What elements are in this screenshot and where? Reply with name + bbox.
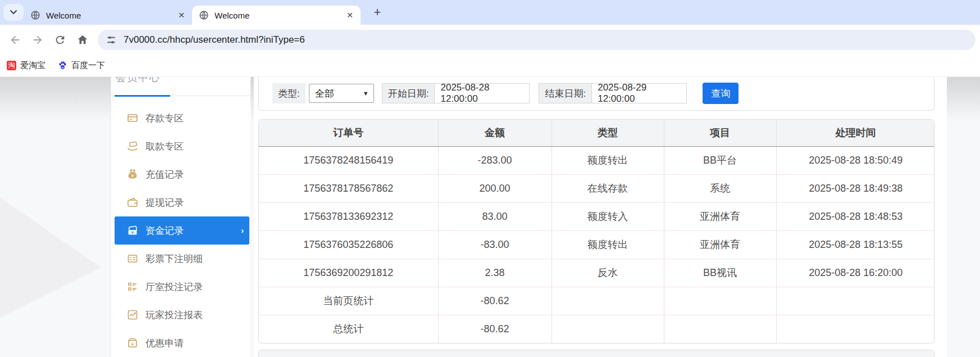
tab-search-button[interactable] — [3, 4, 24, 21]
sidebar-item-funds-records[interactable]: ¥ 资金记录 › — [115, 216, 249, 245]
sidebar-item-promo-application[interactable]: ¥ 优惠申请 — [111, 329, 250, 357]
cell-label: 当前页统计 — [259, 287, 438, 315]
usercenter-sidebar: 会员中心 存款专区 取款专区 ¥ 充值记录 提现记录 ¥ — [111, 77, 250, 357]
sidebar-item-player-bet-report[interactable]: 玩家投注报表 — [111, 301, 250, 329]
sidebar-item-withdraw-zone[interactable]: 取款专区 — [111, 132, 250, 160]
table-header-row: 订单号 金额 类型 项目 处理时间 — [259, 120, 935, 146]
cell-amount: -80.62 — [438, 287, 551, 315]
bookmark-label: 百度一下 — [71, 60, 105, 71]
cell-time — [776, 287, 935, 315]
svg-text:du: du — [61, 66, 65, 69]
home-button[interactable] — [75, 33, 90, 47]
cell-type: 反水 — [551, 259, 664, 287]
sidebar-header-clipped: 会员中心 — [111, 77, 250, 89]
cell-order-no: 1756369200291812 — [259, 259, 438, 287]
type-select[interactable]: 全部 ▼ — [309, 84, 374, 103]
cell-time: 2025-08-28 18:48:53 — [776, 202, 935, 231]
reload-button[interactable] — [53, 33, 67, 47]
cell-order-no: 1756378133692312 — [259, 202, 438, 231]
funds-wallet-icon: ¥ — [127, 225, 138, 236]
cell-time: 2025-08-28 16:20:00 — [776, 259, 935, 287]
cell-type: 额度转出 — [551, 231, 664, 259]
list-icon — [127, 281, 138, 292]
search-button[interactable]: 查询 — [703, 83, 739, 104]
funds-records-table: 订单号 金额 类型 项目 处理时间 1756378248156419 -283.… — [259, 120, 935, 343]
receipt-icon — [127, 253, 138, 264]
browser-tab-strip: Welcome ✕ Welcome ✕ + — [0, 0, 980, 25]
gift-icon: ¥ — [127, 337, 138, 349]
type-select-value: 全部 — [315, 87, 334, 100]
bookmarks-bar: 淘 爱淘宝 du 百度一下 — [0, 55, 980, 77]
cell-project: 系统 — [664, 174, 776, 202]
tab-title: Welcome — [215, 11, 345, 20]
column-header-time: 处理时间 — [776, 120, 935, 146]
start-date-input[interactable]: 2025-08-28 12:00:00 — [434, 83, 530, 103]
address-bar[interactable]: 7v0000.cc/hhcp/usercenter.html?iniType=6 — [98, 30, 976, 50]
cell-time: 2025-08-28 18:50:49 — [776, 146, 935, 174]
chevron-right-icon: › — [241, 226, 244, 235]
reload-icon — [54, 34, 66, 46]
cell-amount: 200.00 — [438, 174, 551, 202]
back-button[interactable] — [8, 33, 22, 47]
browser-tab-inactive[interactable]: Welcome ✕ — [24, 6, 192, 25]
active-tab-indicator — [115, 95, 170, 97]
table-row: 1756378178567862 200.00 在线存款 系统 2025-08-… — [259, 174, 935, 202]
end-date-label: 结束日期: — [539, 83, 591, 103]
back-arrow-icon — [9, 34, 21, 46]
cell-project: 亚洲体育 — [664, 202, 776, 231]
svg-text:¥: ¥ — [131, 342, 134, 347]
cell-project — [664, 315, 776, 343]
sidebar-item-label: 存款专区 — [145, 112, 184, 125]
column-header-type: 类型 — [551, 120, 664, 146]
bookmark-label: 爱淘宝 — [20, 60, 45, 71]
taobao-icon: 淘 — [7, 61, 16, 70]
table-row: 1756376035226806 -83.00 额度转出 亚洲体育 2025-0… — [259, 231, 935, 259]
sidebar-item-hall-bet-records[interactable]: 厅室投注记录 — [111, 273, 250, 301]
sidebar-item-label: 优惠申请 — [145, 337, 184, 350]
svg-text:¥: ¥ — [131, 231, 134, 234]
cell-order-no: 1756378178567862 — [259, 174, 438, 202]
home-icon — [76, 34, 89, 46]
bookmark-baidu[interactable]: du 百度一下 — [58, 60, 105, 71]
tab-close-icon[interactable]: ✕ — [345, 10, 355, 20]
cell-label: 总统计 — [259, 315, 438, 343]
globe-favicon-icon — [199, 10, 209, 20]
sidebar-item-lottery-bet-details[interactable]: 彩票下注明细 — [111, 245, 250, 273]
deposit-card-icon — [127, 112, 138, 124]
column-header-order-no: 订单号 — [259, 120, 438, 146]
sidebar-item-deposit-zone[interactable]: 存款专区 — [111, 104, 250, 132]
site-info-tune-icon — [106, 34, 117, 46]
cell-time: 2025-08-28 18:13:55 — [776, 231, 935, 259]
table-row: 1756369200291812 2.38 反水 BB视讯 2025-08-28… — [259, 259, 935, 287]
table-row-grand-total: 总统计 -80.62 — [259, 315, 935, 343]
sidebar-item-recharge-records[interactable]: ¥ 充值记录 — [111, 160, 250, 188]
sidebar-item-label: 厅室投注记录 — [145, 281, 203, 293]
bookmark-taobao[interactable]: 淘 爱淘宝 — [7, 60, 45, 71]
cell-type: 额度转入 — [551, 202, 664, 231]
cell-type — [551, 287, 664, 315]
browser-tab-active[interactable]: Welcome ✕ — [192, 6, 361, 25]
tab-close-icon[interactable]: ✕ — [176, 10, 186, 20]
url-text[interactable]: 7v0000.cc/hhcp/usercenter.html?iniType=6 — [124, 34, 305, 46]
sidebar-item-label: 玩家投注报表 — [145, 309, 203, 322]
money-bag-icon: ¥ — [127, 169, 138, 180]
sidebar-item-label: 充值记录 — [145, 168, 184, 181]
start-date-group: 开始日期: 2025-08-28 12:00:00 — [382, 83, 530, 103]
new-tab-button[interactable]: + — [370, 4, 385, 20]
end-date-input[interactable]: 2025-08-29 12:00:00 — [591, 83, 687, 103]
cell-type — [551, 315, 664, 343]
filter-row: 类型: 全部 ▼ 开始日期: 2025-08-28 12:00:00 结束日期:… — [272, 83, 739, 104]
end-date-group: 结束日期: 2025-08-29 12:00:00 — [539, 83, 687, 103]
cell-project: BB平台 — [664, 146, 776, 174]
column-header-project: 项目 — [664, 120, 776, 146]
cell-time: 2025-08-28 18:49:38 — [776, 174, 935, 202]
globe-favicon-icon — [30, 10, 40, 20]
sidebar-item-withdrawal-records[interactable]: 提现记录 — [111, 188, 250, 216]
cell-order-no: 1756376035226806 — [259, 231, 438, 259]
wallet-icon — [127, 197, 138, 208]
sidebar-item-label: 资金记录 — [145, 224, 184, 237]
withdraw-hand-icon — [127, 141, 138, 152]
forward-button[interactable] — [30, 33, 45, 47]
type-filter-label: 类型: — [272, 83, 306, 103]
cell-type: 在线存款 — [551, 174, 664, 202]
